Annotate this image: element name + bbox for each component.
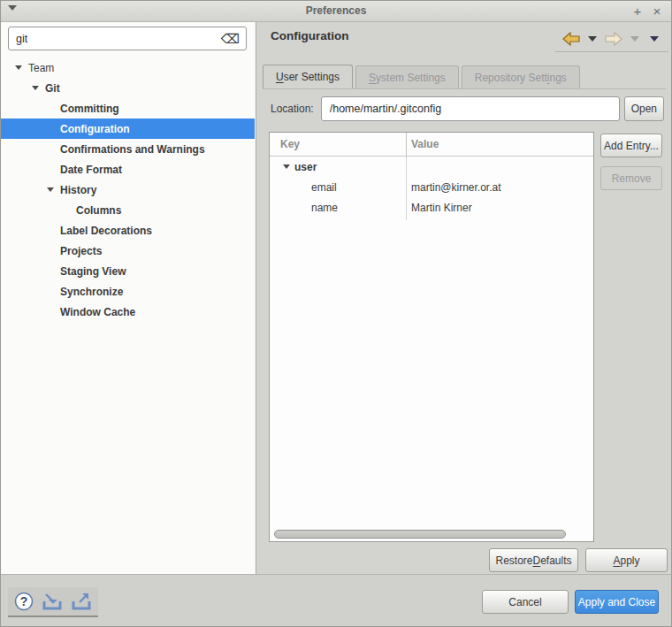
- dialog-footer: ? Cancel Apply and Close: [1, 574, 671, 626]
- tree-item-label: History: [60, 184, 96, 196]
- tree-item-label: Committing: [60, 103, 119, 115]
- preference-tree-panel: ⌫ TeamGitCommittingConfigurationConfirma…: [1, 22, 256, 574]
- tree-item-team[interactable]: Team: [1, 57, 255, 78]
- tree-item-date-format[interactable]: Date Format: [1, 159, 255, 180]
- open-button[interactable]: Open: [624, 96, 664, 121]
- tree-item-label-decorations[interactable]: Label Decorations: [1, 220, 255, 241]
- add-entry-button[interactable]: Add Entry...: [600, 134, 662, 157]
- preferences-dialog: Preferences + × ⌫ TeamGitCommittingConfi…: [0, 0, 672, 627]
- value-column-header[interactable]: Value: [411, 138, 439, 150]
- column-divider-line: [406, 157, 407, 220]
- forward-arrow-icon: [605, 32, 622, 46]
- expander-icon[interactable]: [15, 65, 22, 70]
- tree-item-label: Columns: [76, 204, 121, 217]
- tree-item-columns[interactable]: Columns: [1, 200, 255, 220]
- tab-user-settings[interactable]: User Settings: [263, 65, 353, 88]
- tree-item-label: Git: [45, 82, 60, 95]
- titlebar: Preferences + ×: [1, 1, 671, 22]
- restore-defaults-button[interactable]: Restore Defaults: [489, 548, 578, 572]
- table-row[interactable]: emailmartin@kirner.or.at: [270, 177, 593, 197]
- export-icon[interactable]: [70, 591, 93, 612]
- expander-icon[interactable]: [283, 164, 290, 169]
- tree-item-projects[interactable]: Projects: [1, 241, 255, 261]
- tabbar-divider: [263, 88, 666, 89]
- cancel-button[interactable]: Cancel: [482, 590, 569, 614]
- search-input[interactable]: [9, 33, 221, 45]
- git-config-table[interactable]: Key Value useremailmartin@kirner.or.atna…: [269, 132, 594, 542]
- remove-button: Remove: [600, 166, 662, 190]
- import-icon[interactable]: [41, 591, 64, 612]
- tree-item-synchronize[interactable]: Synchronize: [1, 281, 255, 302]
- tree-item-committing[interactable]: Committing: [1, 98, 255, 119]
- svg-text:?: ?: [20, 594, 28, 608]
- window-title: Preferences: [1, 4, 671, 17]
- filter-searchbox[interactable]: ⌫: [8, 27, 247, 50]
- tree-item-label: Confirmations and Warnings: [60, 143, 205, 156]
- tree-item-label: Synchronize: [60, 286, 123, 298]
- tab-system-settings[interactable]: System Settings: [355, 65, 459, 88]
- tree-item-label: Date Format: [60, 164, 122, 176]
- close-icon[interactable]: ×: [648, 3, 666, 20]
- configuration-panel: Configuration User SettingsSystem Settin…: [257, 22, 671, 574]
- table-row[interactable]: user: [270, 157, 593, 177]
- table-row[interactable]: nameMartin Kirner: [270, 197, 593, 218]
- forward-history-dropdown-icon: [630, 36, 639, 42]
- apply-and-close-button[interactable]: Apply and Close: [575, 590, 659, 614]
- row-key: email: [270, 181, 337, 194]
- row-value: martin@kirner.or.at: [411, 181, 501, 194]
- view-menu-icon[interactable]: [650, 36, 659, 42]
- horizontal-scrollbar-thumb[interactable]: [274, 530, 566, 539]
- settings-tabbar: User SettingsSystem SettingsRepository S…: [263, 65, 666, 88]
- tree-item-label: Projects: [60, 245, 102, 257]
- table-header: Key Value: [270, 133, 593, 157]
- maximize-icon[interactable]: +: [629, 3, 646, 20]
- history-nav-toolbar: [555, 27, 668, 52]
- apply-button[interactable]: Apply: [585, 548, 668, 572]
- page-title: Configuration: [271, 29, 348, 42]
- location-input[interactable]: [321, 96, 620, 121]
- preference-tree: TeamGitCommittingConfigurationConfirmati…: [1, 57, 255, 574]
- back-history-dropdown-icon[interactable]: [588, 36, 597, 42]
- tree-item-configuration[interactable]: Configuration: [1, 119, 255, 139]
- tree-item-label: Team: [28, 62, 54, 74]
- location-label: Location:: [271, 103, 314, 115]
- tree-item-git[interactable]: Git: [1, 78, 255, 98]
- row-key: name: [270, 202, 338, 214]
- tree-item-label: Window Cache: [60, 306, 135, 318]
- tree-item-label: Configuration: [60, 123, 130, 135]
- tree-item-staging-view[interactable]: Staging View: [1, 261, 255, 281]
- location-row: Location: Open: [271, 96, 664, 121]
- help-icon[interactable]: ?: [13, 591, 34, 612]
- tree-item-label: Staging View: [60, 265, 126, 278]
- row-value: Martin Kirner: [411, 202, 472, 214]
- row-key: user: [270, 161, 317, 173]
- clear-search-icon[interactable]: ⌫: [221, 32, 246, 45]
- tab-repository-settings[interactable]: Repository Settings: [462, 65, 580, 88]
- expander-icon[interactable]: [47, 187, 54, 192]
- horizontal-scrollbar[interactable]: [271, 529, 592, 539]
- key-column-header[interactable]: Key: [280, 138, 300, 150]
- back-arrow-icon[interactable]: [562, 32, 580, 46]
- tree-item-window-cache[interactable]: Window Cache: [1, 302, 255, 322]
- tree-item-confirmations-and-warnings[interactable]: Confirmations and Warnings: [1, 139, 255, 159]
- tree-item-label: Label Decorations: [60, 225, 152, 237]
- help-toolbar: ?: [8, 587, 98, 617]
- column-divider[interactable]: [406, 133, 407, 156]
- tree-item-history[interactable]: History: [1, 180, 255, 200]
- expander-icon[interactable]: [32, 86, 39, 90]
